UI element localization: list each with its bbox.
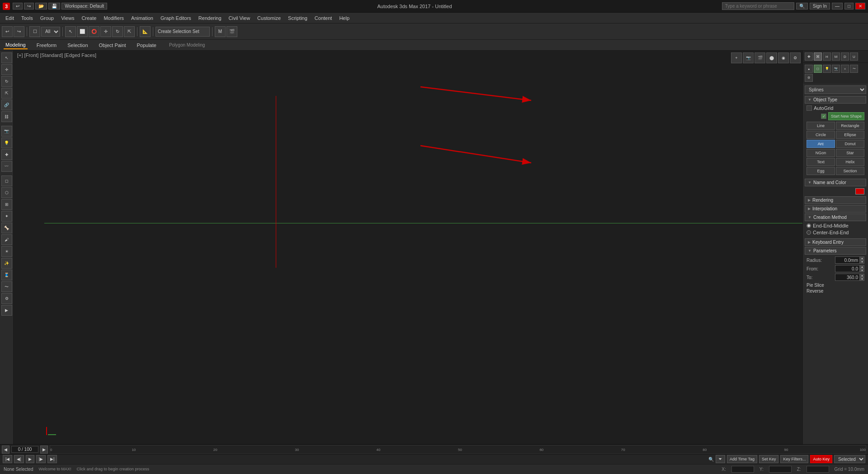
vp-camera-icon[interactable]: 📷 [743,52,754,63]
menu-views[interactable]: Views [57,14,78,22]
lt-rotate-btn[interactable]: ↻ [1,76,12,87]
rp-tab-systems[interactable]: ⚙ [805,74,813,82]
rp-tab-cameras[interactable]: 📷 [832,65,840,73]
z-coord-input[interactable] [807,466,829,473]
timeline-next-btn[interactable]: ▶ [40,446,48,454]
obj-btn-line[interactable]: Line [807,122,835,130]
add-time-tag-btn[interactable]: Add Time Tag [727,455,757,463]
next-key-btn[interactable]: |▶ [36,455,46,463]
obj-btn-ellipse[interactable]: Ellipse [836,131,864,139]
minimize-btn[interactable]: — [832,3,843,9]
lt-play-btn[interactable]: ▶ [1,305,12,316]
color-swatch[interactable] [855,188,864,194]
lt-geometry-btn[interactable]: ⬡ [1,187,12,198]
menu-customize[interactable]: Customize [254,14,284,22]
rp-icon-motion[interactable]: M [832,52,840,61]
rp-icon-create[interactable]: ✚ [805,52,813,61]
lt-rigging-btn[interactable]: 🦴 [1,223,12,233]
obj-btn-circle[interactable]: Circle [807,131,835,139]
select-btn[interactable]: ↖ [65,26,76,37]
move-btn[interactable]: ✛ [100,26,111,37]
sign-in-btn[interactable]: Sign In [810,3,830,9]
rp-tab-geo[interactable]: ● [805,65,813,73]
lt-space-warp-btn[interactable]: 〰 [1,161,12,172]
keyboard-entry-header[interactable]: ▶ Keyboard Entry [805,238,866,246]
menu-graph-editors[interactable]: Graph Editors [157,14,195,22]
menu-tools[interactable]: Tools [18,14,37,22]
maximize-btn[interactable]: □ [844,3,854,9]
name-color-header[interactable]: ▼ Name and Color [805,179,866,186]
lt-particle-btn[interactable]: ✦ [1,211,12,222]
vp-render-icon[interactable]: 🎬 [755,52,765,63]
end-end-middle-radio[interactable] [807,223,811,228]
menu-help[interactable]: Help [335,14,353,22]
selection-filter-dropdown[interactable]: All [41,27,60,37]
lt-shapes-btn[interactable]: ◻ [1,175,12,186]
pie-slice-btn[interactable]: Pie Slice [807,282,864,288]
from-input[interactable] [835,265,860,272]
interpolation-header[interactable]: ▶ Interpolation [805,205,866,213]
timeline-ruler[interactable]: 0 10 20 30 40 50 60 70 80 90 100 [50,445,866,454]
from-spin-down[interactable]: ▼ [860,269,864,272]
rotate-btn[interactable]: ↻ [112,26,123,37]
select-region-btn[interactable]: ⬜ [77,26,88,37]
start-new-shape-btn[interactable]: Start New Shape [828,112,864,120]
set-key-btn[interactable]: Set Key [759,455,779,463]
menu-animation[interactable]: Animation [127,14,157,22]
obj-btn-donut[interactable]: Donut [836,140,864,148]
obj-btn-helix[interactable]: Helix [836,158,864,166]
create-selection-set-input[interactable] [156,27,210,37]
object-type-header[interactable]: ▼ Object Type [805,96,866,104]
menu-edit[interactable]: Edit [2,14,18,22]
lt-select-btn[interactable]: ↖ [1,52,12,63]
rendering-header[interactable]: ▶ Rendering [805,196,866,204]
menu-scripting[interactable]: Scripting [284,14,311,22]
rp-tab-shapes[interactable]: ◻ [814,65,822,73]
rp-icon-utilities[interactable]: U [850,52,858,61]
lt-cloth-btn[interactable]: 🧵 [1,270,12,280]
creation-method-header[interactable]: ▼ Creation Method [805,213,866,221]
rp-icon-hierarchy[interactable]: H [823,52,831,61]
radius-input[interactable] [835,256,860,264]
prev-frame-btn[interactable]: |◀ [3,455,12,463]
lt-compound-btn[interactable]: ⊞ [1,199,12,210]
obj-btn-ngon[interactable]: NGon [807,149,835,157]
radius-spin-up[interactable]: ▲ [860,256,864,260]
obj-btn-text[interactable]: Text [807,158,835,166]
lt-sun-btn[interactable]: ☀ [1,246,12,257]
key-filters-btn[interactable]: Key Filters... [780,455,808,463]
obj-btn-egg[interactable]: Egg [807,167,835,175]
lt-scale-btn[interactable]: ⇱ [1,88,12,99]
parameters-header[interactable]: ▼ Parameters [805,247,866,255]
tab-selection[interactable]: Selection [66,42,90,49]
rp-tab-lights[interactable]: 💡 [823,65,831,73]
menu-content[interactable]: Content [311,14,336,22]
tab-freeform[interactable]: Freeform [35,42,59,49]
menu-rendering[interactable]: Rendering [195,14,225,22]
obj-btn-arc[interactable]: Arc [807,140,835,148]
vp-sphere-icon[interactable]: ⬤ [766,52,777,63]
splines-dropdown[interactable]: Splines [805,85,866,94]
menu-civil-view[interactable]: Civil View [225,14,254,22]
undo-toolbar-btn[interactable]: ↩ [2,26,13,37]
menu-modifiers[interactable]: Modifiers [100,14,127,22]
undo-btn[interactable]: ↩ [13,3,23,9]
obj-btn-star[interactable]: Star [836,149,864,157]
select-obj-btn[interactable]: ☐ [29,26,40,37]
workspace-dropdown[interactable]: Workspace: Default [61,3,107,9]
reverse-btn[interactable]: Reverse [807,288,864,294]
tab-object-paint[interactable]: Object Paint [97,42,128,49]
vp-material-icon[interactable]: ◉ [778,52,789,63]
lt-camera-btn[interactable]: 📷 [1,126,12,137]
viewport[interactable]: [+] [Front] [Standard] [Edged Faces] [14,51,802,444]
rp-icon-modify[interactable]: ⌘ [814,52,822,61]
from-spin-up[interactable]: ▲ [860,265,864,269]
render-btn[interactable]: 🎬 [226,26,237,37]
autogrid-checkbox[interactable] [807,105,812,111]
menu-create[interactable]: Create [78,14,100,22]
x-coord-input[interactable] [731,466,754,473]
key-mode-btn[interactable]: ⏷ [716,455,725,463]
y-coord-input[interactable] [769,466,792,473]
search-input[interactable] [722,2,794,10]
obj-btn-rectangle[interactable]: Rectangle [836,122,864,130]
